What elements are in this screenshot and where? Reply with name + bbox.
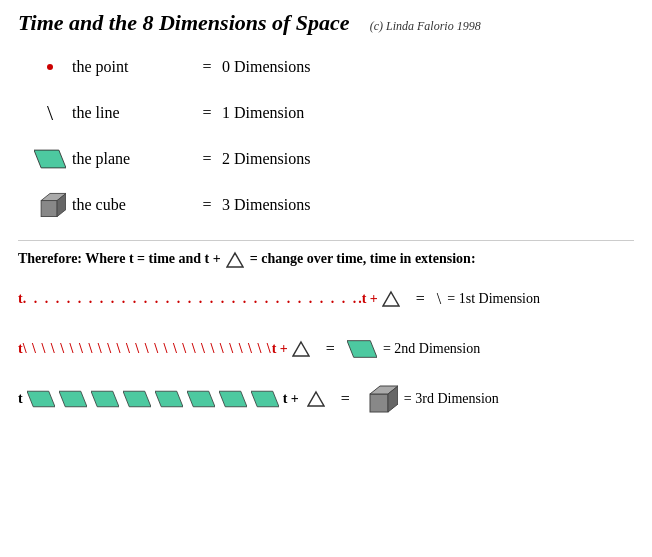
dim2-equals: = <box>326 340 335 358</box>
list-item: the point = 0 Dimensions <box>28 48 634 86</box>
therefore-section: Therefore: Where t = time and t + = chan… <box>18 240 634 417</box>
svg-marker-11 <box>123 391 151 407</box>
item-dim-plane: 2 Dimensions <box>222 150 310 168</box>
items-section: the point = 0 Dimensions \ the line = 1 … <box>28 48 634 224</box>
triangle-icon-dim2 <box>292 340 310 358</box>
dim1-t-suffix: .t + <box>358 291 378 307</box>
triangle-icon-dim3 <box>307 390 325 408</box>
svg-marker-10 <box>91 391 119 407</box>
plane-icon-cell <box>28 148 72 170</box>
main-title: Time and the 8 Dimensions of Space <box>18 10 350 36</box>
dim3-result-text: = 3rd Dimension <box>404 391 499 407</box>
dim1-equals: = <box>416 290 425 308</box>
item-label-point: the point <box>72 58 192 76</box>
point-icon-cell <box>28 64 72 70</box>
therefore-intro: Therefore: Where t = time and t + = chan… <box>18 251 634 269</box>
list-item: \ the line = 1 Dimension <box>28 94 634 132</box>
svg-marker-16 <box>308 392 324 406</box>
dim3-row: t t + = = 3rd Dimension <box>18 381 634 417</box>
small-plane-8 <box>251 389 279 409</box>
dim2-slashes: \ \ \ \ \ \ \ \ \ \ \ \ \ \ \ \ \ \ \ \ … <box>23 341 272 357</box>
dim2-row: t \ \ \ \ \ \ \ \ \ \ \ \ \ \ \ \ \ \ \ … <box>18 331 634 367</box>
svg-marker-4 <box>227 253 243 267</box>
therefore-text-1: Therefore: Where t = time and t + <box>18 251 224 266</box>
small-plane-2 <box>59 389 87 409</box>
dim3-t-suffix: t + <box>283 391 299 407</box>
dim1-result-text: = 1st Dimension <box>447 291 540 307</box>
copyright: (c) Linda Falorio 1998 <box>370 19 481 34</box>
dim1-dots: . . . . . . . . . . . . . . . . . . . . … <box>23 291 359 307</box>
title-row: Time and the 8 Dimensions of Space (c) L… <box>18 10 634 36</box>
svg-rect-17 <box>370 394 388 412</box>
cube-icon-cell <box>28 191 72 219</box>
svg-marker-13 <box>187 391 215 407</box>
page: Time and the 8 Dimensions of Space (c) L… <box>0 0 652 557</box>
item-label-plane: the plane <box>72 150 192 168</box>
dim3-t-prefix: t <box>18 391 23 407</box>
item-label-line: the line <box>72 104 192 122</box>
dim3-equals: = <box>341 390 350 408</box>
small-plane-4 <box>123 389 151 409</box>
small-plane-6 <box>187 389 215 409</box>
line-icon-cell: \ <box>28 100 72 126</box>
svg-marker-6 <box>293 342 309 356</box>
svg-marker-5 <box>383 292 399 306</box>
plane-icon-dim2 <box>347 338 377 360</box>
point-icon <box>47 64 53 70</box>
item-dim-line: 1 Dimension <box>222 104 304 122</box>
svg-marker-0 <box>34 150 66 168</box>
item-dim-cube: 3 Dimensions <box>222 196 310 214</box>
dim2-t-suffix: t + <box>272 341 288 357</box>
triangle-icon-intro <box>226 251 244 269</box>
triangle-icon-dim1 <box>382 290 400 308</box>
plane-icon <box>34 148 66 170</box>
svg-marker-8 <box>27 391 55 407</box>
svg-marker-12 <box>155 391 183 407</box>
svg-marker-15 <box>251 391 279 407</box>
small-plane-3 <box>91 389 119 409</box>
small-plane-1 <box>27 389 55 409</box>
small-plane-7 <box>219 389 247 409</box>
dim3-cube-row <box>27 389 279 409</box>
svg-rect-1 <box>41 201 57 217</box>
therefore-text-2: = change over time, time in extension: <box>250 251 476 266</box>
small-plane-5 <box>155 389 183 409</box>
item-label-cube: the cube <box>72 196 192 214</box>
dim2-result-text: = 2nd Dimension <box>383 341 480 357</box>
list-item: the cube = 3 Dimensions <box>28 186 634 224</box>
dim1-result-slash: \ <box>437 290 441 308</box>
list-item: the plane = 2 Dimensions <box>28 140 634 178</box>
cube-icon-dim3 <box>362 384 398 414</box>
svg-marker-7 <box>347 341 377 358</box>
item-dim-point: 0 Dimensions <box>222 58 310 76</box>
svg-marker-14 <box>219 391 247 407</box>
line-icon: \ <box>47 100 53 126</box>
dim1-row: t . . . . . . . . . . . . . . . . . . . … <box>18 281 634 317</box>
svg-marker-9 <box>59 391 87 407</box>
cube-icon <box>34 191 66 219</box>
